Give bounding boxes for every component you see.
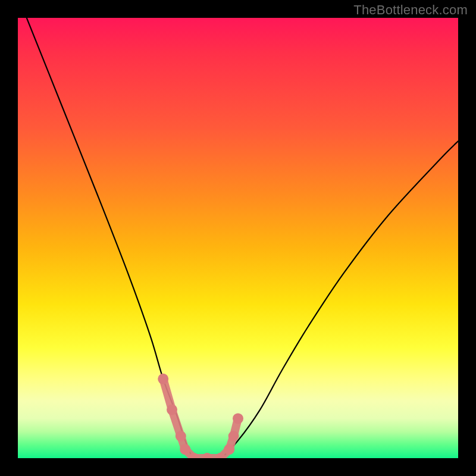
watermark-label: TheBottleneck.com xyxy=(353,2,468,18)
curve-layer xyxy=(18,18,458,458)
band-dot xyxy=(233,413,243,424)
plot-area xyxy=(18,18,458,458)
band-dot xyxy=(202,453,212,458)
band-dot xyxy=(158,374,168,384)
band-dot xyxy=(224,444,234,455)
band-dot xyxy=(228,431,239,441)
band-dot xyxy=(180,444,190,455)
chart-frame: TheBottleneck.com xyxy=(0,0,476,476)
bottleneck-curve-path xyxy=(27,18,458,458)
band-dot xyxy=(176,431,186,441)
band-dot xyxy=(167,405,177,415)
